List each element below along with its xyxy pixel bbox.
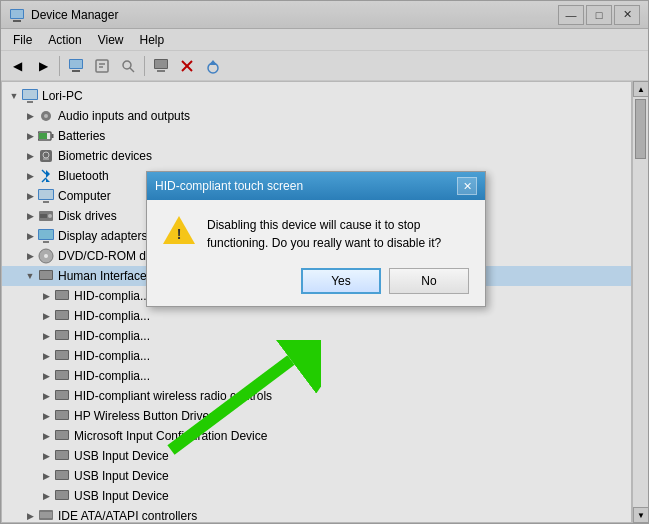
- warning-icon: !: [163, 216, 195, 248]
- device-manager-window: Device Manager — □ ✕ File Action View He…: [0, 0, 649, 524]
- dialog-title-bar: HID-compliant touch screen ✕: [147, 172, 485, 200]
- disable-device-dialog: HID-compliant touch screen ✕ ! Disabling…: [146, 171, 486, 307]
- dialog-body: ! Disabling this device will cause it to…: [147, 200, 485, 264]
- no-button[interactable]: No: [389, 268, 469, 294]
- yes-button[interactable]: Yes: [301, 268, 381, 294]
- dialog-title: HID-compliant touch screen: [155, 179, 457, 193]
- warning-exclamation: !: [177, 226, 182, 242]
- dialog-buttons: Yes No: [147, 264, 485, 306]
- dialog-message: Disabling this device will cause it to s…: [207, 216, 469, 252]
- dialog-close-button[interactable]: ✕: [457, 177, 477, 195]
